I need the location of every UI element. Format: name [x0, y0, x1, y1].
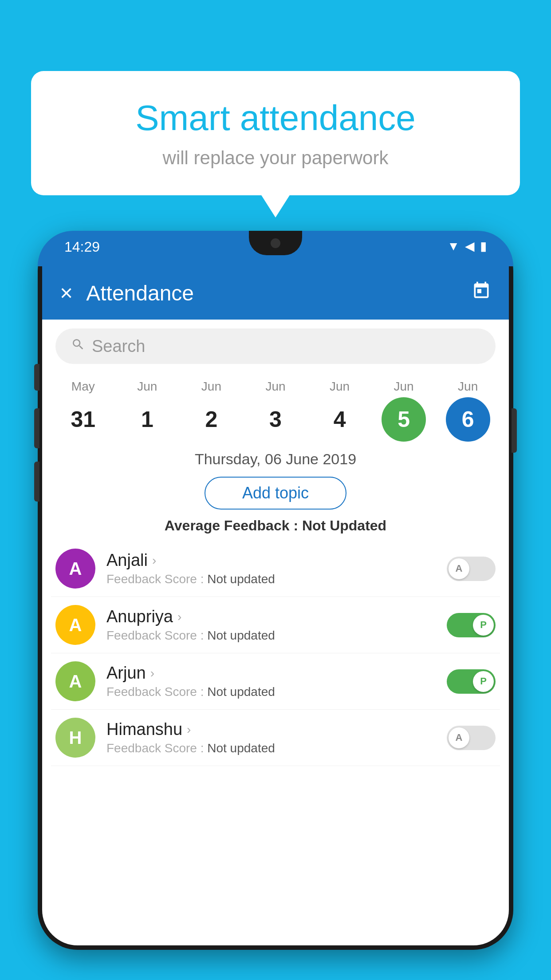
- calendar-day[interactable]: May31: [54, 379, 112, 442]
- calendar-row: May31Jun1Jun2Jun3Jun4Jun5Jun6: [42, 373, 509, 444]
- cal-month-label: May: [71, 379, 95, 394]
- app-header: × Attendance: [42, 266, 509, 320]
- avg-feedback-value: Not Updated: [302, 518, 386, 533]
- selected-date-label: Thursday, 06 June 2019: [42, 444, 509, 472]
- feedback-value: Not updated: [207, 628, 275, 642]
- chevron-icon: ›: [152, 553, 156, 568]
- student-info: Himanshu ›Feedback Score : Not updated: [106, 720, 447, 755]
- feedback-value: Not updated: [207, 572, 275, 586]
- chevron-icon: ›: [187, 723, 191, 737]
- attendance-toggle[interactable]: A: [447, 726, 496, 750]
- student-item[interactable]: AArjun ›Feedback Score : Not updatedP: [51, 653, 500, 710]
- search-bar[interactable]: Search: [55, 328, 496, 364]
- cal-date-number[interactable]: 6: [446, 397, 490, 442]
- cal-month-label: Jun: [330, 379, 350, 394]
- attendance-toggle-wrap[interactable]: A: [447, 726, 496, 750]
- bubble-title: Smart attendance: [67, 98, 484, 138]
- cal-date-number[interactable]: 2: [189, 397, 233, 442]
- student-name: Anupriya ›: [106, 607, 447, 626]
- student-feedback: Feedback Score : Not updated: [106, 628, 447, 643]
- toggle-thumb: A: [449, 727, 469, 748]
- avg-feedback-label: Average Feedback :: [165, 518, 298, 533]
- phone-button-left-1: [34, 364, 39, 391]
- phone-button-left-2: [34, 408, 39, 448]
- phone-button-left-3: [34, 462, 39, 502]
- toggle-thumb: P: [473, 615, 494, 636]
- student-info: Arjun ›Feedback Score : Not updated: [106, 664, 447, 699]
- toggle-thumb: P: [473, 671, 494, 692]
- calendar-day[interactable]: Jun3: [247, 379, 304, 442]
- calendar-day[interactable]: Jun4: [311, 379, 369, 442]
- calendar-day[interactable]: Jun6: [439, 379, 497, 442]
- feedback-value: Not updated: [207, 685, 275, 699]
- bubble-subtitle: will replace your paperwork: [67, 147, 484, 169]
- toggle-thumb: A: [449, 558, 469, 579]
- cal-date-number[interactable]: 31: [61, 397, 105, 442]
- cal-date-number[interactable]: 4: [318, 397, 362, 442]
- student-name: Anjali ›: [106, 551, 447, 570]
- cal-month-label: Jun: [458, 379, 478, 394]
- cal-date-number[interactable]: 1: [125, 397, 169, 442]
- feedback-value: Not updated: [207, 741, 275, 755]
- student-info: Anupriya ›Feedback Score : Not updated: [106, 607, 447, 643]
- cal-month-label: Jun: [201, 379, 221, 394]
- attendance-toggle-wrap[interactable]: P: [447, 613, 496, 637]
- cal-date-number[interactable]: 3: [253, 397, 298, 442]
- student-name: Arjun ›: [106, 664, 447, 683]
- close-button[interactable]: ×: [60, 280, 73, 306]
- add-topic-button[interactable]: Add topic: [205, 477, 346, 510]
- speech-bubble: Smart attendance will replace your paper…: [31, 71, 520, 195]
- calendar-day[interactable]: Jun1: [118, 379, 176, 442]
- attendance-toggle-wrap[interactable]: P: [447, 669, 496, 694]
- cal-month-label: Jun: [394, 379, 414, 394]
- student-avatar: A: [55, 605, 95, 645]
- student-feedback: Feedback Score : Not updated: [106, 741, 447, 755]
- signal-icon: ◀: [465, 239, 475, 253]
- phone-button-right: [512, 408, 517, 453]
- student-avatar: A: [55, 661, 95, 701]
- student-item[interactable]: AAnjali ›Feedback Score : Not updatedA: [51, 541, 500, 597]
- attendance-toggle[interactable]: P: [447, 613, 496, 637]
- chevron-icon: ›: [177, 610, 181, 624]
- student-avatar: A: [55, 549, 95, 589]
- phone-notch: [249, 231, 302, 255]
- student-feedback: Feedback Score : Not updated: [106, 685, 447, 699]
- student-name: Himanshu ›: [106, 720, 447, 739]
- phone: 14:29 ▼ ◀ ▮ × Attendance: [38, 231, 513, 950]
- calendar-day[interactable]: Jun2: [182, 379, 240, 442]
- speech-bubble-container: Smart attendance will replace your paper…: [31, 71, 520, 195]
- attendance-toggle[interactable]: P: [447, 669, 496, 694]
- app-title: Attendance: [86, 281, 472, 305]
- student-list: AAnjali ›Feedback Score : Not updatedAAA…: [42, 541, 509, 766]
- student-feedback: Feedback Score : Not updated: [106, 572, 447, 586]
- chevron-icon: ›: [150, 666, 154, 680]
- search-icon: [71, 337, 85, 356]
- avg-feedback: Average Feedback : Not Updated: [42, 514, 509, 541]
- student-avatar: H: [55, 718, 95, 758]
- cal-month-label: Jun: [265, 379, 285, 394]
- calendar-icon[interactable]: [472, 281, 491, 305]
- wifi-icon: ▼: [447, 239, 460, 253]
- cal-date-number[interactable]: 5: [382, 397, 426, 442]
- status-icons: ▼ ◀ ▮: [447, 239, 487, 253]
- attendance-toggle[interactable]: A: [447, 557, 496, 581]
- search-placeholder: Search: [92, 337, 145, 356]
- camera: [271, 238, 280, 248]
- cal-month-label: Jun: [137, 379, 157, 394]
- phone-container: 14:29 ▼ ◀ ▮ × Attendance: [38, 231, 513, 980]
- attendance-toggle-wrap[interactable]: A: [447, 557, 496, 581]
- student-item[interactable]: AAnupriya ›Feedback Score : Not updatedP: [51, 597, 500, 653]
- calendar-day[interactable]: Jun5: [375, 379, 433, 442]
- battery-icon: ▮: [480, 239, 487, 253]
- student-info: Anjali ›Feedback Score : Not updated: [106, 551, 447, 586]
- student-item[interactable]: HHimanshu ›Feedback Score : Not updatedA: [51, 710, 500, 766]
- app-screen: × Attendance Search: [42, 266, 509, 945]
